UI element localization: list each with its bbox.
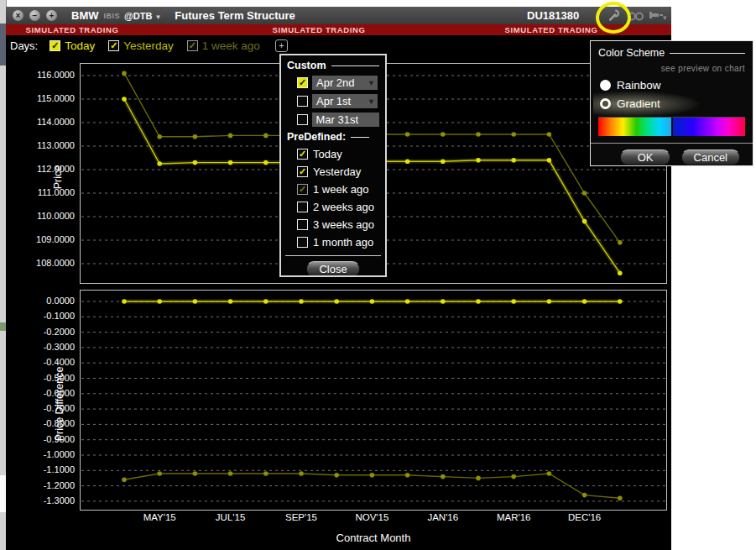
predefined-day-label: 1 week ago [313,183,369,196]
checkbox-icon[interactable]: ✓ [108,40,119,51]
custom-date-row: Mar 31st [297,113,379,127]
checkbox-icon[interactable] [297,96,308,107]
banner-text: SIMULATED TRADING [273,25,366,34]
y-tick: -0.2000 [11,327,75,337]
x-tick: JUL'15 [201,512,260,522]
checkbox-icon[interactable]: ✓ [187,40,198,51]
predefined-title: PreDefined: [287,131,346,143]
window-minimize-button[interactable]: − [29,10,40,21]
checkbox-icon[interactable]: ✓ [50,40,60,51]
x-tick: MAR'16 [484,512,543,522]
day-toggle-yesterday[interactable]: ✓Yesterday [108,39,174,52]
days-toolbar: Days: ✓Today✓Yesterday✓1 week ago + [6,35,671,55]
y-tick: 0.0000 [11,296,75,306]
predefined-day-3-weeks-ago[interactable]: 3 weeks ago [297,218,379,231]
predefined-rows: ✓Today✓Yesterday✓1 week ago2 weeks ago3 … [287,148,379,249]
rainbow-gradient-swatch [598,118,671,136]
predefined-day-1-week-ago[interactable]: ✓1 week ago [297,183,379,196]
predefined-day-today[interactable]: ✓Today [297,148,379,160]
date-dropdown-apr-1st[interactable]: Apr 1st▼ [312,94,378,108]
y-tick: 113.0000 [11,140,75,150]
ok-button[interactable]: OK [620,149,670,165]
y-tick: -1.2000 [11,480,75,490]
x-tick: DEC'16 [555,512,614,522]
blue-magenta-gradient-swatch [673,118,746,136]
x-axis-title: Contract Month [248,532,499,544]
cancel-button[interactable]: Cancel [681,149,740,165]
custom-dialog-title: Custom [287,60,326,71]
day-toggle-today[interactable]: ✓Today [50,39,95,52]
color-option-label: Gradient [617,97,660,110]
simulated-trading-banner: SIMULATED TRADING SIMULATED TRADING SIMU… [6,24,671,35]
y-tick: 114.0000 [11,117,75,127]
y-tick: -0.5000 [11,373,75,383]
y-tick: 108.0000 [11,258,75,268]
color-option-label: Rainbow [617,79,661,92]
y-tick: -0.8000 [11,418,75,428]
banner-text: SIMULATED TRADING [505,25,598,34]
y-tick: 110.0000 [11,211,75,221]
checkbox-icon[interactable] [297,202,308,212]
day-toggle-label: Yesterday [123,39,174,52]
y-tick: -0.3000 [11,342,75,352]
y-tick: -1.3000 [11,495,75,505]
checkbox-icon[interactable]: ✓ [297,166,308,177]
predefined-day-2-weeks-ago[interactable]: 2 weeks ago [297,201,379,213]
page: × − + BMW IBIS @DTB ▼ Futures Term Struc… [0,0,756,550]
radio-icon[interactable] [600,98,611,109]
x-tick: MAY'15 [130,512,189,522]
checkbox-icon[interactable]: ✓ [297,149,308,160]
custom-days-dialog: Custom ✓Apr 2nd▼Apr 1st▼Mar 31st PreDefi… [279,54,387,277]
color-option-gradient[interactable]: Gradient [600,97,745,110]
checkbox-icon[interactable]: ✓ [297,77,308,88]
gradient-preview [598,117,745,136]
checkbox-icon[interactable]: ✓ [297,184,308,195]
date-field-mar-31st[interactable]: Mar 31st [312,113,380,127]
pin-icon[interactable]: ▾ [649,10,667,22]
date-dropdown-apr-2nd[interactable]: Apr 2nd▼ [312,76,378,90]
predefined-day-label: 1 month ago [313,236,373,249]
y-tick: -0.1000 [11,311,75,321]
predefined-day-1-month-ago[interactable]: 1 month ago [297,236,379,249]
custom-date-row: Apr 1st▼ [297,94,379,108]
close-button[interactable]: Close [306,261,359,277]
day-toggle-1-week-ago[interactable]: ✓1 week ago [187,39,260,52]
symbol-label: BMW [71,9,99,22]
radio-icon[interactable] [600,80,611,91]
y-tick: -0.6000 [11,388,75,398]
window-maximize-button[interactable]: + [46,10,57,21]
checkbox-icon[interactable] [297,237,308,248]
preview-hint: see preview on chart [598,64,745,73]
banner-text: SIMULATED TRADING [26,25,119,34]
x-tick: NOV'15 [342,512,401,522]
y-tick: -0.9000 [11,434,75,444]
predefined-day-label: Yesterday [313,165,361,178]
color-scheme-dialog: Color Scheme see preview on chart Rainbo… [590,40,753,166]
x-tick: JAN'16 [414,512,472,522]
page-title: Futures Term Structure [175,9,295,22]
day-toggle-label: 1 week ago [202,39,260,52]
checkbox-icon[interactable] [297,114,308,125]
price-difference-chart [80,290,667,511]
feed-label: IBIS [104,12,121,20]
divider [591,143,753,144]
y-tick: -0.4000 [11,357,75,367]
y-tick: 112.0000 [11,164,75,174]
date-dropdown-value: Apr 2nd [316,76,355,89]
chevron-down-icon: ▼ [368,79,375,87]
checkbox-icon[interactable] [297,219,308,230]
predefined-day-label: 3 weeks ago [313,218,374,231]
predefined-day-yesterday[interactable]: ✓Yesterday [297,165,379,178]
add-day-button[interactable]: + [275,39,288,52]
y-tick: 109.0000 [11,234,75,244]
date-dropdown-value: Apr 1st [316,95,351,107]
venue-dropdown[interactable]: @DTB ▼ [124,11,161,21]
y-tick: -0.7000 [11,403,75,413]
account-label: DU181380 [527,9,579,22]
color-option-rainbow[interactable]: Rainbow [600,79,745,92]
title-bar: × − + BMW IBIS @DTB ▼ Futures Term Struc… [6,7,671,24]
day-toggle-label: Today [65,39,95,52]
days-items: ✓Today✓Yesterday✓1 week ago [50,39,260,52]
y-tick: 111.0000 [11,187,75,197]
window-close-button[interactable]: × [13,10,23,21]
